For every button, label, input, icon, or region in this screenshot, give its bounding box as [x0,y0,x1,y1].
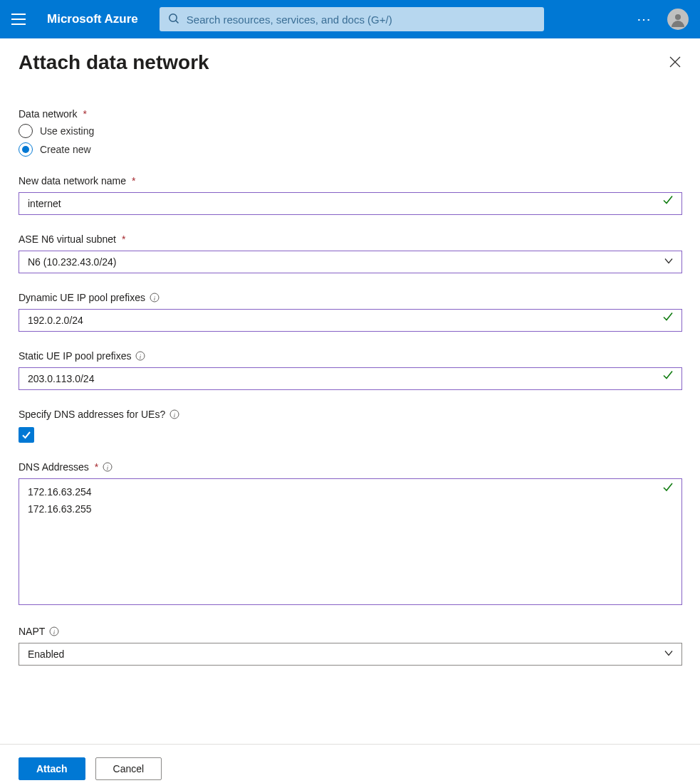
search-icon [168,13,179,26]
info-icon[interactable]: i [135,351,145,361]
svg-text:i: i [53,629,56,636]
dns-addresses-label: DNS Addresses* i [19,461,113,473]
static-prefixes-input[interactable] [19,367,682,390]
svg-text:i: i [154,295,156,302]
info-icon[interactable]: i [169,409,179,419]
main-panel: Attach data network Data network* Use ex… [0,38,700,744]
close-icon[interactable] [669,56,681,70]
radio-use-existing[interactable]: Use existing [19,124,681,138]
svg-point-2 [675,14,681,20]
dns-specify-checkbox[interactable] [19,427,34,443]
more-icon[interactable]: ⋯ [637,12,652,26]
radio-create-new[interactable]: Create new [19,142,681,157]
subnet-select[interactable]: N6 (10.232.43.0/24) [19,251,682,273]
dynamic-prefixes-input[interactable] [19,309,682,332]
svg-text:i: i [107,464,109,471]
top-nav: Microsoft Azure ⋯ [0,0,700,38]
valid-check-icon [662,481,674,495]
info-icon[interactable]: i [103,462,113,472]
page-title: Attach data network [19,51,209,74]
name-input[interactable] [19,192,682,215]
info-icon[interactable]: i [150,293,160,303]
data-network-label: Data network* [19,108,87,120]
brand-label: Microsoft Azure [47,12,138,26]
svg-text:i: i [174,411,176,419]
info-icon[interactable]: i [49,626,59,636]
svg-text:i: i [140,353,142,360]
svg-point-0 [169,14,177,21]
dns-specify-label: Specify DNS addresses for UEs? i [19,409,179,420]
name-label: New data network name* [19,175,135,186]
search-input[interactable] [187,14,536,26]
dns-addresses-input[interactable] [19,478,682,605]
avatar[interactable] [667,9,689,30]
subnet-label: ASE N6 virtual subnet* [19,233,125,245]
radio-use-existing-label: Use existing [40,125,94,137]
static-prefixes-label: Static UE IP pool prefixes i [19,350,145,362]
svg-line-1 [176,21,179,23]
napt-select[interactable]: Enabled [19,643,682,666]
global-search[interactable] [160,7,544,31]
hamburger-icon[interactable] [11,14,26,25]
napt-label: NAPT i [19,626,59,637]
radio-create-new-label: Create new [40,144,91,155]
dynamic-prefixes-label: Dynamic UE IP pool prefixes i [19,292,160,303]
